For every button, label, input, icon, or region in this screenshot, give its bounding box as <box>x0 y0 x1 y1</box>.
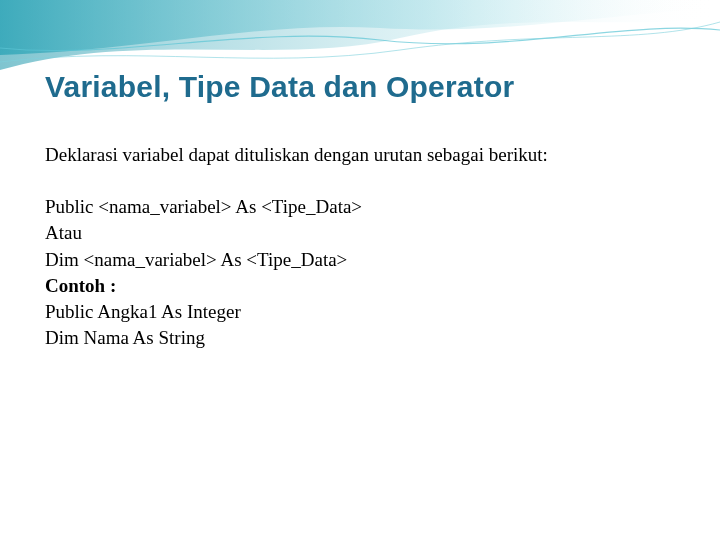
intro-paragraph: Deklarasi variabel dapat dituliskan deng… <box>45 142 675 168</box>
slide-content: Variabel, Tipe Data dan Operator Deklara… <box>0 0 720 392</box>
code-line-4: Contoh : <box>45 273 675 299</box>
slide-title: Variabel, Tipe Data dan Operator <box>45 70 675 104</box>
slide-body: Deklarasi variabel dapat dituliskan deng… <box>45 142 675 352</box>
code-line-1: Public <nama_variabel> As <Tipe_Data> <box>45 194 675 220</box>
code-line-3: Dim <nama_variabel> As <Tipe_Data> <box>45 247 675 273</box>
code-line-2: Atau <box>45 220 675 246</box>
code-line-6: Dim Nama As String <box>45 325 675 351</box>
code-line-5: Public Angka1 As Integer <box>45 299 675 325</box>
